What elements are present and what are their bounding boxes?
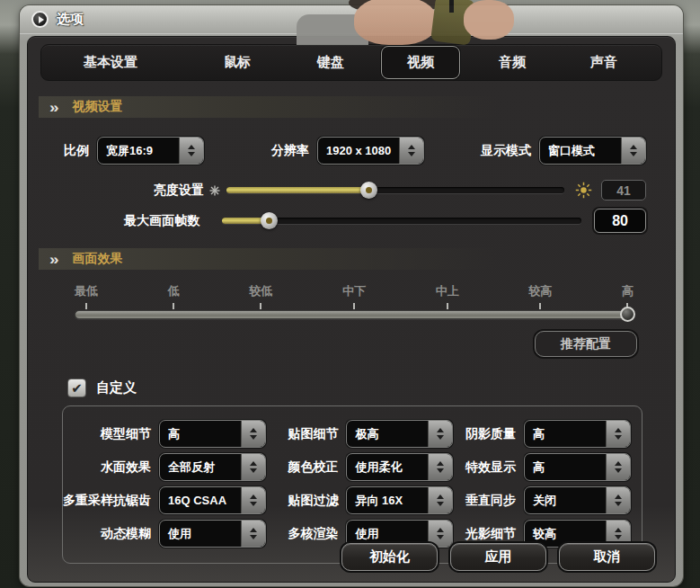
section-header-effects: » 画面效果 [39, 248, 517, 270]
section-title: 画面效果 [73, 251, 123, 267]
ratio-select[interactable]: 宽屏16:9 [97, 137, 204, 165]
setting-row-vsync: 垂直同步 关闭 [453, 486, 631, 514]
brightness-row: 亮度设置 41 [28, 180, 646, 200]
resolution-select[interactable]: 1920 x 1080 [317, 137, 424, 165]
stepper-icon[interactable] [428, 421, 452, 447]
tab-video[interactable]: 视频 [381, 46, 460, 79]
stepper-icon[interactable] [179, 138, 203, 164]
quality-slider-group: 最低 低 较低 中下 中上 较高 高 [75, 283, 634, 319]
setting-row-effects-display: 特效显示 高 [453, 453, 631, 481]
stepper-icon[interactable] [606, 421, 630, 447]
effects-display-select[interactable]: 高 [524, 453, 631, 481]
resolution-value: 1920 x 1080 [318, 138, 399, 164]
stepper-icon[interactable] [621, 138, 645, 164]
setting-row-texture-detail: 贴图细节 极高 [266, 420, 453, 448]
footer-buttons: 初始化 应用 取消 [341, 543, 655, 571]
quality-step: 较高 [528, 283, 552, 309]
color-correction-select[interactable]: 使用柔化 [346, 453, 453, 481]
max-fps-row: 最大画面帧数 80 [28, 209, 646, 233]
stepper-icon[interactable] [241, 454, 265, 480]
stepper-icon[interactable] [241, 521, 265, 547]
vsync-select[interactable]: 关闭 [524, 486, 631, 514]
brightness-slider[interactable] [226, 182, 564, 199]
video-selects-row: 比例 宽屏16:9 分辨率 1920 x 1080 显示模式 窗口模式 [64, 137, 653, 165]
water-effect-select[interactable]: 全部反射 [159, 453, 266, 481]
custom-checkbox-label: 自定义 [96, 379, 137, 396]
asterisk-icon [208, 185, 221, 196]
tab-audio[interactable]: 音频 [471, 46, 554, 79]
apply-button[interactable]: 应用 [450, 543, 546, 571]
tab-mouse[interactable]: 鼠标 [196, 46, 279, 79]
options-panel: 基本设置 鼠标 键盘 视频 音频 声音 » 视频设置 比例 宽屏16:9 分辨率 [27, 36, 676, 583]
model-detail-select[interactable]: 高 [159, 420, 266, 448]
antialiasing-select[interactable]: 16Q CSAA [159, 486, 266, 514]
setting-row-texture-filtering: 贴图过滤 异向 16X [266, 486, 453, 514]
stepper-icon[interactable] [241, 487, 265, 513]
brightness-label: 亮度设置 [28, 183, 204, 199]
setting-row-model-detail: 模型细节 高 [63, 420, 266, 448]
custom-checkbox[interactable]: ✔ [67, 379, 86, 397]
resolution-label: 分辨率 [271, 143, 309, 159]
stepper-icon[interactable] [606, 487, 630, 513]
section-chevron-icon: » [49, 251, 59, 266]
shadow-quality-select[interactable]: 高 [524, 420, 631, 448]
quality-step: 最低 [75, 283, 98, 309]
section-header-video-settings: » 视频设置 [39, 96, 517, 118]
tab-bar: 基本设置 鼠标 键盘 视频 音频 声音 [40, 44, 662, 81]
motion-blur-select[interactable]: 使用 [159, 520, 266, 548]
texture-detail-select[interactable]: 极高 [346, 420, 453, 448]
section-title: 视频设置 [73, 99, 123, 115]
stepper-icon[interactable] [241, 421, 265, 447]
custom-column-2: 贴图细节 极高 颜色校正 使用柔化 贴图过滤 异向 1 [266, 417, 453, 550]
quality-step: 高 [622, 283, 634, 309]
tab-keyboard[interactable]: 键盘 [289, 46, 372, 79]
setting-row-antialiasing: 多重采样抗锯齿 16Q CSAA [63, 486, 266, 514]
ratio-label: 比例 [64, 143, 89, 159]
recommended-config-button[interactable]: 推荐配置 [535, 331, 637, 357]
titlebar: 选项 [20, 5, 683, 34]
custom-settings-panel: 模型细节 高 水面效果 全部反射 多重采样抗锯齿 16 [62, 405, 642, 564]
play-circle-icon [31, 11, 49, 28]
display-mode-value: 窗口模式 [540, 138, 621, 164]
display-mode-select[interactable]: 窗口模式 [539, 137, 646, 165]
brightness-value-box: 41 [601, 180, 646, 200]
max-fps-slider[interactable] [222, 212, 581, 229]
sun-icon [575, 182, 592, 199]
max-fps-slider-handle[interactable] [261, 212, 278, 229]
stepper-icon[interactable] [399, 138, 423, 164]
setting-row-water-effect: 水面效果 全部反射 [63, 453, 266, 481]
quality-slider-handle[interactable] [620, 307, 635, 322]
initialize-button[interactable]: 初始化 [341, 543, 438, 571]
quality-slider-track[interactable] [75, 310, 634, 319]
ratio-value: 宽屏16:9 [98, 138, 179, 164]
custom-column-1: 模型细节 高 水面效果 全部反射 多重采样抗锯齿 16 [63, 417, 266, 550]
quality-step: 中下 [342, 283, 366, 309]
section-chevron-icon: » [49, 99, 59, 114]
quality-step: 中上 [436, 283, 459, 309]
texture-filtering-select[interactable]: 异向 16X [346, 486, 453, 514]
quality-step: 较低 [249, 283, 272, 309]
stepper-icon[interactable] [606, 454, 630, 480]
stepper-icon[interactable] [428, 454, 452, 480]
brightness-slider-handle[interactable] [360, 182, 377, 199]
quality-labels: 最低 低 较低 中下 中上 较高 高 [75, 283, 634, 309]
custom-checkbox-row: ✔ 自定义 [67, 379, 675, 397]
display-mode-label: 显示模式 [481, 143, 531, 159]
cancel-button[interactable]: 取消 [559, 543, 655, 571]
setting-row-shadow-quality: 阴影质量 高 [453, 420, 631, 448]
dialog-title: 选项 [57, 11, 84, 28]
tab-basic-settings[interactable]: 基本设置 [58, 46, 164, 79]
custom-column-3: 阴影质量 高 特效显示 高 垂直同步 关闭 [453, 417, 631, 550]
recommend-row: 推荐配置 [28, 331, 637, 357]
tab-sound[interactable]: 声音 [563, 46, 645, 79]
max-fps-value-input[interactable]: 80 [594, 209, 646, 233]
stepper-icon[interactable] [428, 487, 452, 513]
slider-fill [226, 187, 368, 193]
setting-row-motion-blur: 动态模糊 使用 [63, 520, 266, 548]
max-fps-label: 最大画面帧数 [28, 213, 199, 229]
options-dialog: 选项 基本设置 鼠标 键盘 视频 音频 声音 » 视频设置 比例 宽屏16:9 [20, 5, 683, 586]
checkmark-icon: ✔ [71, 381, 83, 395]
setting-row-color-correction: 颜色校正 使用柔化 [266, 453, 453, 481]
quality-step: 低 [168, 283, 180, 309]
